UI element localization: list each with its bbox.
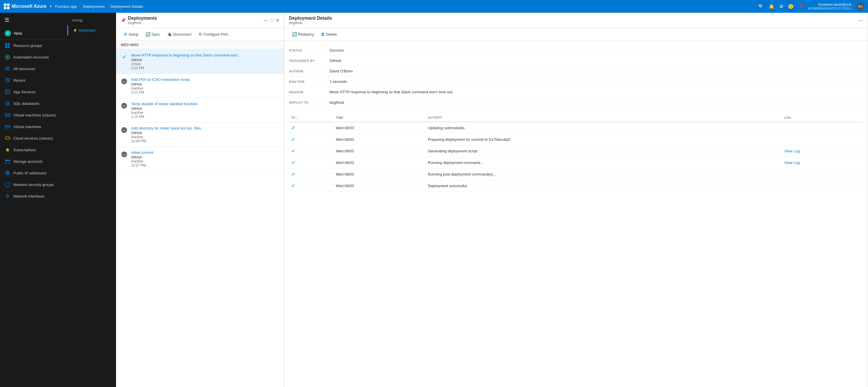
activity-log (782, 180, 863, 192)
overlay-tab-coring[interactable]: coring (67, 15, 116, 25)
sidebar-item-automation-accounts[interactable]: Automation Accounts (0, 51, 67, 63)
svg-point-9 (7, 56, 8, 58)
activity-check-icon: ✓ (291, 172, 295, 177)
deployments-panel-header: 📌 Deployments dogithub — □ ✕ (116, 13, 284, 28)
breadcrumb-function-app[interactable]: Function app (55, 4, 77, 9)
new-button[interactable]: + New (0, 27, 67, 40)
sidebar-item-sql-databases[interactable]: SQL databases (0, 98, 67, 109)
shield-icon (5, 182, 10, 187)
svg-rect-2 (4, 7, 6, 9)
toolbar-configure-perf-button[interactable]: ⚙Configure Perf... (195, 30, 234, 38)
sidebar-item-label: Cloud services (classic) (13, 136, 53, 140)
deploy-time: 12:27 PM (131, 163, 279, 168)
activity-status: ✓ (289, 145, 333, 157)
activity-log (782, 169, 863, 180)
logo[interactable]: Microsoft Azure (3, 3, 46, 9)
sidebar-item-virtual-machines-classic[interactable]: Virtual machines (classic) (0, 109, 67, 121)
redeploy-icon: 🔄 (292, 32, 297, 36)
activity-log[interactable]: View Log (782, 145, 863, 157)
vm-icon (5, 112, 10, 118)
activity-description: Updating submodules. (426, 122, 782, 134)
svg-point-24 (8, 126, 9, 127)
svg-point-21 (8, 114, 9, 115)
deploy-list-item[interactable]: — Add directory for metar slack bot incl… (116, 122, 284, 147)
overlay-tab-quickstart[interactable]: ⚡ Quickstart (67, 25, 116, 35)
search-icon[interactable]: 🔍 (758, 4, 764, 9)
svg-rect-6 (5, 46, 7, 48)
toolbar-sync-button[interactable]: 🔄Sync (143, 30, 163, 38)
activity-row: ✓Wed 08/03Updating submodules. (289, 122, 863, 134)
app-icon (5, 89, 10, 95)
detail-value: Success (330, 48, 344, 52)
detail-field-row: RAN FOR 1 seconds (289, 76, 863, 87)
sidebar-item-cloud-services-classic[interactable]: Cloud services (classic) (0, 132, 67, 144)
deploy-list-item[interactable]: — Add IATA to ICAO translation script. G… (116, 74, 284, 98)
activity-check-icon: ✓ (291, 149, 295, 153)
sidebar-item-network-security-groups[interactable]: Network security groups (0, 179, 67, 190)
breadcrumb-deployments[interactable]: Deployments (83, 4, 105, 9)
activity-col-header: TIME (333, 113, 426, 122)
ip-icon (5, 170, 10, 176)
deploy-status: Inactive (131, 86, 279, 91)
deploy-inactive-icon: — (121, 151, 128, 158)
deploy-inactive-icon: — (121, 127, 128, 134)
deploy-title: Move HTTP response to beginning so that … (131, 53, 279, 57)
overlay-panel: coring ⚡ Quickstart (67, 13, 116, 387)
maximize-icon[interactable]: □ (270, 18, 273, 23)
user-info[interactable]: AUobrien.david@outl... AUOBRIENDAVIDOUTL… (808, 2, 865, 10)
deploy-info: Add IATA to ICAO translation script. Git… (131, 77, 279, 95)
sidebar-item-all-resources[interactable]: All resources (0, 63, 67, 74)
activity-time: Wed 08/03 (333, 180, 426, 192)
deploy-list-item[interactable]: — Temp disable of metar slackbot functio… (116, 98, 284, 122)
settings-icon[interactable]: ⚙ (779, 4, 783, 9)
topbar: Microsoft Azure ▾ Function app › Deploym… (0, 0, 868, 13)
activity-status: ✓ (289, 157, 333, 169)
network-icon (5, 193, 10, 199)
sidebar-item-public-ip-addresses[interactable]: Public IP addresses (0, 167, 67, 179)
svg-rect-23 (6, 126, 7, 127)
deploy-info: Temp disable of metar slackbot function.… (131, 102, 279, 119)
hamburger-icon[interactable]: ☰ (0, 13, 67, 27)
sidebar-item-storage-accounts[interactable]: Storage accounts (0, 155, 67, 167)
activity-time: Wed 08/03 (333, 122, 426, 134)
deploy-list-item[interactable]: ✓ Move HTTP response to beginning so tha… (116, 49, 284, 74)
deploy-list-item[interactable]: — Initial commit GitHub Inactive 12:27 P… (116, 147, 284, 171)
view-log-link[interactable]: View Log (784, 161, 800, 165)
bell-icon[interactable]: 🔔 (769, 4, 775, 9)
date-header: WED 08/03 (116, 41, 284, 49)
sidebar-item-app-services[interactable]: App Services (0, 86, 67, 98)
sidebar-item-network-interfaces[interactable]: Network interfaces (0, 190, 67, 202)
detail-label: REASON (289, 90, 330, 94)
pin-icon[interactable]: 📌 (121, 18, 126, 23)
sidebar: ☰ + New Resource groups Automation Accou… (0, 13, 67, 387)
detail-field-row: REASON Move HTTP response to beginning s… (289, 87, 863, 97)
deployments-panel: 📌 Deployments dogithub — □ ✕ ⚙Setup🔄Sync… (116, 13, 284, 387)
sidebar-item-label: All resources (13, 67, 35, 71)
deploy-status: Active (131, 62, 279, 66)
sidebar-item-subscriptions[interactable]: Subscriptions (0, 144, 67, 155)
activity-log[interactable]: View Log (782, 157, 863, 169)
deploy-title: Add directory for metar slack bot incl. … (131, 126, 279, 130)
close-icon[interactable]: ✕ (276, 18, 279, 23)
activity-status: ✓ (289, 169, 333, 180)
details-minimize-icon[interactable]: — (859, 18, 863, 23)
activity-row: ✓Wed 08/03Running post deployment comman… (289, 169, 863, 180)
view-log-link[interactable]: View Log (784, 149, 800, 153)
details-toolbar-delete-button[interactable]: 🗑Delete (318, 30, 340, 38)
toolbar-disconnect-button[interactable]: 🔌Disconnect (164, 30, 194, 38)
breadcrumb-deployment-details[interactable]: Deployment Details (111, 4, 143, 9)
details-toolbar-redeploy-button[interactable]: 🔄Redeploy (289, 30, 317, 38)
smiley-icon[interactable]: 🙂 (788, 4, 794, 9)
toolbar-setup-button[interactable]: ⚙Setup (121, 30, 141, 38)
sidebar-item-label: Virtual machines (13, 125, 41, 129)
sidebar-item-recent[interactable]: Recent (0, 74, 67, 86)
sidebar-item-virtual-machines[interactable]: Virtual machines (0, 121, 67, 132)
detail-field-row: AUTHOR David O'Brien (289, 66, 863, 76)
topbar-chevron-icon[interactable]: ▾ (50, 4, 52, 8)
help-icon[interactable]: ❓ (798, 4, 804, 9)
sidebar-item-resource-groups[interactable]: Resource groups (0, 40, 67, 51)
minimize-icon[interactable]: — (264, 18, 268, 23)
panels-area: coring ⚡ Quickstart 📌 Deployments dogith… (67, 13, 868, 387)
storage-icon (5, 159, 10, 164)
sidebar-item-label: Virtual machines (classic) (13, 113, 56, 117)
